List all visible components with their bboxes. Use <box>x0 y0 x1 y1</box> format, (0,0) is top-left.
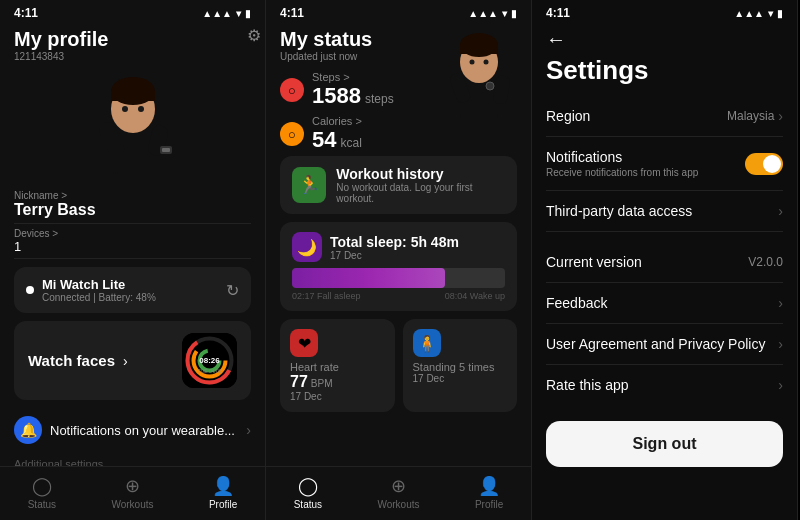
rate-chevron: › <box>778 377 783 393</box>
device-card[interactable]: Mi Watch Lite Connected | Battery: 48% ↻ <box>14 267 251 313</box>
nav-status-label-1: Status <box>28 499 56 510</box>
workout-title: Workout history <box>336 166 505 182</box>
status-bar-2: 4:11 ▲▲▲ ▾ ▮ <box>266 0 531 24</box>
heart-value: 77 <box>290 373 308 391</box>
version-right: V2.0.0 <box>748 255 783 269</box>
watch-faces-card[interactable]: Watch faces › 08:26 TUE 04/06 <box>14 321 251 400</box>
devices-count: 1 <box>14 239 251 254</box>
agreement-chevron: › <box>778 336 783 352</box>
calories-label: Calories > <box>312 115 362 127</box>
user-agreement-label: User Agreement and Privacy Policy <box>546 336 765 352</box>
watch-faces-arrow: › <box>123 353 128 369</box>
svg-rect-9 <box>162 148 170 152</box>
bottom-nav-1: ◯ Status ⊕ Workouts 👤 Profile <box>0 466 265 520</box>
notif-settings-item[interactable]: Notifications Receive notifications from… <box>546 137 783 191</box>
notif-text: Notifications on your wearable... <box>50 423 235 438</box>
sleep-time-end: 08:04 Wake up <box>445 291 505 301</box>
status-bar-3: 4:11 ▲▲▲ ▾ ▮ <box>532 0 797 24</box>
workout-icon: 🏃 <box>292 167 326 203</box>
sign-out-area: Sign out <box>532 409 797 479</box>
nav-status-label-2: Status <box>294 499 322 510</box>
third-party-item[interactable]: Third-party data access › <box>546 191 783 232</box>
region-right: Malaysia › <box>727 108 783 124</box>
calories-row[interactable]: ○ Calories > 54 kcal <box>280 112 432 156</box>
rate-label: Rate this app <box>546 377 629 393</box>
panel-settings: 4:11 ▲▲▲ ▾ ▮ ← Settings Region Malaysia … <box>532 0 798 520</box>
status-title: My status <box>280 28 432 51</box>
heart-rate-card[interactable]: ❤ Heart rate 77 BPM 17 Dec <box>280 319 395 412</box>
watch-face-preview: 08:26 TUE 04/06 <box>182 333 237 388</box>
signal-icon-2: ▲▲▲ <box>468 8 498 19</box>
calories-icon: ○ <box>280 122 304 146</box>
settings-spacer <box>546 232 783 242</box>
sign-out-button[interactable]: Sign out <box>546 421 783 467</box>
panel-status: 4:11 ▲▲▲ ▾ ▮ My status Updated just now … <box>266 0 532 520</box>
rate-item[interactable]: Rate this app › <box>546 365 783 405</box>
heart-date: 17 Dec <box>290 391 385 402</box>
status-icons-2: ▲▲▲ ▾ ▮ <box>468 8 517 19</box>
feedback-label: Feedback <box>546 295 607 311</box>
notif-row[interactable]: 🔔 Notifications on your wearable... › <box>14 408 251 452</box>
device-info: Mi Watch Lite Connected | Battery: 48% <box>26 277 156 303</box>
profile-title: My profile <box>14 28 108 51</box>
bottom-nav-2: ◯ Status ⊕ Workouts 👤 Profile <box>266 466 531 520</box>
nav-profile-2[interactable]: 👤 Profile <box>475 475 503 510</box>
nickname-value: Terry Bass <box>14 201 251 219</box>
settings-icon[interactable]: ⚙ <box>243 24 265 46</box>
wifi-icon-2: ▾ <box>502 8 507 19</box>
refresh-icon[interactable]: ↻ <box>226 281 239 300</box>
device-name: Mi Watch Lite <box>42 277 156 292</box>
nav-workouts-1[interactable]: ⊕ Workouts <box>111 475 153 510</box>
avatar-area <box>0 66 265 186</box>
settings-list: Region Malaysia › Notifications Receive … <box>532 96 797 405</box>
watch-faces-left: Watch faces › <box>28 352 128 369</box>
nickname-row[interactable]: Nickname > Terry Bass <box>14 186 251 224</box>
version-item: Current version V2.0.0 <box>546 242 783 283</box>
nav-status-2[interactable]: ◯ Status <box>294 475 322 510</box>
battery-icon-3: ▮ <box>777 8 783 19</box>
standing-card[interactable]: 🧍 Standing 5 times 17 Dec <box>403 319 518 412</box>
steps-value: 1588 <box>312 83 361 109</box>
status-bar-1: 4:11 ▲▲▲ ▾ ▮ <box>0 0 265 24</box>
device-dot <box>26 286 34 294</box>
workout-card[interactable]: 🏃 Workout history No workout data. Log y… <box>280 156 517 214</box>
notif-left: 🔔 Notifications on your wearable... <box>14 416 235 444</box>
mini-cards: ❤ Heart rate 77 BPM 17 Dec 🧍 Standing 5 … <box>280 319 517 412</box>
heart-icon: ❤ <box>290 329 318 357</box>
signal-icon: ▲▲▲ <box>202 8 232 19</box>
profile-header: My profile 121143843 ⚙ <box>0 24 265 66</box>
nav-status-1[interactable]: ◯ Status <box>28 475 56 510</box>
avatar <box>88 71 178 181</box>
stand-icon: 🧍 <box>413 329 441 357</box>
stand-date: 17 Dec <box>413 373 508 384</box>
nav-workouts-2[interactable]: ⊕ Workouts <box>377 475 419 510</box>
svg-point-22 <box>484 60 489 65</box>
status-icons-3: ▲▲▲ ▾ ▮ <box>734 8 783 19</box>
nav-workouts-label-1: Workouts <box>111 499 153 510</box>
settings-title: Settings <box>532 55 797 96</box>
nav-profile-1[interactable]: 👤 Profile <box>209 475 237 510</box>
feedback-item[interactable]: Feedback › <box>546 283 783 324</box>
status-icons-1: ▲▲▲ ▾ ▮ <box>202 8 251 19</box>
region-item[interactable]: Region Malaysia › <box>546 96 783 137</box>
steps-row[interactable]: ○ Steps > 1588 steps <box>280 68 432 112</box>
time-2: 4:11 <box>280 6 304 20</box>
region-value: Malaysia <box>727 109 774 123</box>
steps-icon: ○ <box>280 78 304 102</box>
profile-id: 121143843 <box>14 51 108 62</box>
user-agreement-item[interactable]: User Agreement and Privacy Policy › <box>546 324 783 365</box>
sleep-header: 🌙 Total sleep: 5h 48m 17 Dec <box>292 232 505 262</box>
status-nav-icon: ◯ <box>32 475 52 497</box>
svg-point-4 <box>122 106 128 112</box>
sleep-card[interactable]: 🌙 Total sleep: 5h 48m 17 Dec 02:17 Fall … <box>280 222 517 311</box>
notif-chevron: › <box>246 422 251 438</box>
nav-profile-label-2: Profile <box>475 499 503 510</box>
devices-row[interactable]: Devices > 1 <box>14 224 251 259</box>
svg-text:08:26: 08:26 <box>199 356 220 365</box>
notif-toggle[interactable] <box>745 153 783 175</box>
sleep-title: Total sleep: 5h 48m <box>330 234 459 250</box>
heart-unit: BPM <box>311 378 333 389</box>
stand-title: Standing 5 times <box>413 361 508 373</box>
back-button[interactable]: ← <box>532 24 797 55</box>
nav-workouts-label-2: Workouts <box>377 499 419 510</box>
